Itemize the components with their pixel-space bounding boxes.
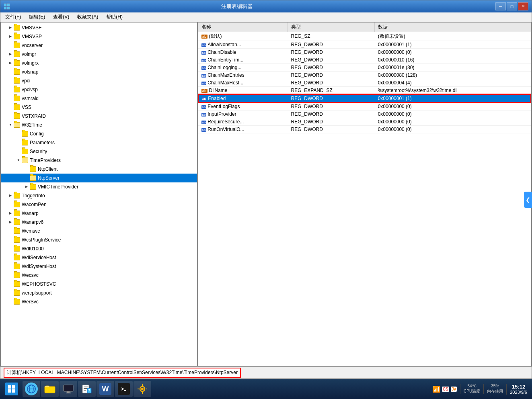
menu-view[interactable]: 查看(V): [50, 13, 72, 21]
tree-item-Wecsvc[interactable]: ▶ Wecsvc: [1, 271, 197, 280]
tree-item-VMSVSF[interactable]: ▶ VMSVSF: [1, 23, 197, 32]
taskbar-btn-browser[interactable]: [23, 381, 40, 397]
folder-icon: [22, 149, 28, 154]
tree-item-VSS[interactable]: ▶ VSS: [1, 103, 197, 112]
tree-item-Wcmsvc[interactable]: ▶ Wcmsvc: [1, 227, 197, 235]
table-row[interactable]: abInputProvider REG_DWORD 0x00000000 (0): [198, 110, 531, 118]
expander-icon[interactable]: ▶: [7, 219, 14, 225]
start-button[interactable]: [2, 381, 22, 397]
menu-file[interactable]: 文件(F): [2, 13, 24, 21]
tree-item-vpci[interactable]: ▶ vpci: [1, 76, 197, 85]
table-row-enabled[interactable]: abEnabled REG_DWORD 0x00000001 (1): [198, 94, 531, 102]
cpu-temp: 54℃: [464, 384, 480, 388]
tree-item-Wdf01000[interactable]: ▶ Wdf01000: [1, 244, 197, 253]
menu-favorites[interactable]: 收藏夹(A): [74, 13, 101, 21]
folder-icon: [14, 25, 20, 31]
tree-label: volmgrx: [22, 60, 39, 66]
expander-icon[interactable]: ▶: [23, 184, 30, 190]
tree-item-VMICTimeProvider[interactable]: ▶ VMICTimeProvider: [1, 182, 197, 191]
expander-icon[interactable]: ▶: [7, 25, 14, 31]
tree-label: TriggerInfo: [22, 193, 45, 198]
tree-item-Wanarp[interactable]: ▶ Wanarp: [1, 209, 197, 218]
menu-edit[interactable]: 编辑(E): [26, 13, 48, 21]
tree-item-WdiSystemHost[interactable]: ▶ WdiSystemHost: [1, 262, 197, 271]
tree-item-TimeProviders[interactable]: ▼ TimeProviders: [1, 156, 197, 165]
reg-type: REG_DWORD: [288, 79, 375, 86]
table-row[interactable]: abAllowNonstan... REG_DWORD 0x00000001 (…: [198, 41, 531, 48]
registry-values-table: 名称 类型 数据 ab(默认) REG_SZ (数值未设置): [198, 23, 531, 133]
tree-item-W32Time[interactable]: ▼ W32Time: [1, 121, 197, 129]
svg-rect-5: [12, 385, 15, 389]
svg-rect-14: [67, 391, 70, 393]
tree-item-WEPHOSTSVC[interactable]: ▶ WEPHOSTSVC: [1, 280, 197, 289]
side-arrow-button[interactable]: ❮: [524, 192, 532, 208]
folder-icon: [14, 69, 20, 75]
reg-name: abDllName: [198, 86, 288, 94]
tray-mem-info: 35% 内存使用: [483, 384, 503, 394]
col-data[interactable]: 数据: [375, 23, 531, 32]
tray-clock[interactable]: 15:12 2023/9/6: [506, 384, 527, 395]
reg-data: 0x00000080 (128): [375, 71, 531, 79]
tree-item-WerSvc[interactable]: ▶ WerSvc: [1, 297, 197, 306]
tree-pane[interactable]: ▶ VMSVSF ▶ VMSVSP ▶ vncserver ▶ volmgr: [1, 23, 198, 366]
tree-item-Wanarpv6[interactable]: ▶ Wanarpv6: [1, 218, 197, 227]
expander-icon[interactable]: ▶: [7, 60, 14, 66]
table-row[interactable]: abDllName REG_EXPAND_SZ %systemroot%\sys…: [198, 86, 531, 94]
reg-data: 0x00000004 (4): [375, 79, 531, 86]
expander-icon[interactable]: ▶: [7, 51, 14, 57]
expander-icon[interactable]: ▶: [7, 33, 14, 40]
tree-item-volmgrx[interactable]: ▶ volmgrx: [1, 59, 197, 68]
table-row[interactable]: abChainMaxEntries REG_DWORD 0x00000080 (…: [198, 71, 531, 79]
expander-icon[interactable]: ▶: [7, 192, 14, 199]
table-row[interactable]: ab(默认) REG_SZ (数值未设置): [198, 32, 531, 41]
table-row[interactable]: abRunOnVirtualO... REG_DWORD 0x00000000 …: [198, 125, 531, 133]
table-row[interactable]: abRequireSecure... REG_DWORD 0x00000000 …: [198, 118, 531, 125]
dword-icon: ab: [201, 66, 206, 70]
reg-name: abChainMaxHost...: [198, 79, 288, 86]
tree-item-WcsPlugInService[interactable]: ▶ WcsPlugInService: [1, 235, 197, 244]
col-name[interactable]: 名称: [198, 23, 288, 32]
tree-item-vpcivsp[interactable]: ▶ vpcivsp: [1, 85, 197, 94]
table-row[interactable]: abChainEntryTim... REG_DWORD 0x00000010 …: [198, 56, 531, 63]
table-row[interactable]: abChainDisable REG_DWORD 0x00000000 (0): [198, 48, 531, 56]
tree-item-volmgr[interactable]: ▶ volmgr: [1, 50, 197, 59]
tree-item-vsmraid[interactable]: ▶ vsmraid: [1, 94, 197, 103]
tree-item-VMSVSP[interactable]: ▶ VMSVSP: [1, 32, 197, 41]
tree-item-NtpServer[interactable]: ▶ NtpServer: [1, 174, 197, 182]
svg-rect-11: [45, 387, 55, 393]
taskbar-btn-explorer[interactable]: [78, 381, 96, 397]
tree-item-TriggerInfo[interactable]: ▶ TriggerInfo: [1, 191, 197, 200]
tree-label: vpci: [22, 78, 30, 84]
tree-item-Security[interactable]: ▶ Security: [1, 147, 197, 156]
close-button[interactable]: ✕: [518, 2, 528, 10]
tree-label: wercplsupport: [22, 290, 52, 296]
reg-data: 0x00000000 (0): [375, 102, 531, 110]
values-pane[interactable]: 名称 类型 数据 ab(默认) REG_SZ (数值未设置): [198, 23, 531, 366]
tree-item-Config[interactable]: ▶ Config: [1, 129, 197, 138]
reg-type: REG_DWORD: [288, 102, 375, 110]
table-row[interactable]: abChainLogging... REG_DWORD 0x0000001e (…: [198, 63, 531, 71]
restore-button[interactable]: □: [507, 2, 517, 10]
expander-icon[interactable]: ▼: [7, 122, 14, 128]
taskbar-btn-settings[interactable]: [134, 381, 151, 397]
tree-item-VSTXRAID[interactable]: ▶ VSTXRAID: [1, 112, 197, 121]
tree-item-NtpClient[interactable]: ▶ NtpClient: [1, 165, 197, 174]
tree-item-volsnap[interactable]: ▶ volsnap: [1, 68, 197, 76]
expander-icon[interactable]: ▶: [7, 210, 14, 217]
taskbar-btn-files[interactable]: [41, 381, 59, 397]
col-type[interactable]: 类型: [288, 23, 375, 32]
table-row[interactable]: abChainMaxHost... REG_DWORD 0x00000004 (…: [198, 79, 531, 86]
tree-item-vncserver[interactable]: ▶ vncserver: [1, 41, 197, 50]
tree-item-WacomPen[interactable]: ▶ WacomPen: [1, 200, 197, 209]
taskbar-btn-terminal[interactable]: [115, 381, 133, 397]
tree-item-WdiServiceHost[interactable]: ▶ WdiServiceHost: [1, 253, 197, 262]
tree-item-Parameters[interactable]: ▶ Parameters: [1, 138, 197, 147]
tree-item-wercplsupport[interactable]: ▶ wercplsupport: [1, 289, 197, 297]
taskbar-btn-screen[interactable]: [60, 381, 77, 397]
expander-icon[interactable]: ▼: [15, 157, 22, 164]
table-row[interactable]: abEventLogFlags REG_DWORD 0x00000000 (0): [198, 102, 531, 110]
menu-help[interactable]: 帮助(H): [103, 13, 126, 21]
minimize-button[interactable]: ─: [495, 2, 506, 10]
reg-type: REG_DWORD: [288, 41, 375, 48]
taskbar-btn-word[interactable]: W: [97, 381, 114, 397]
